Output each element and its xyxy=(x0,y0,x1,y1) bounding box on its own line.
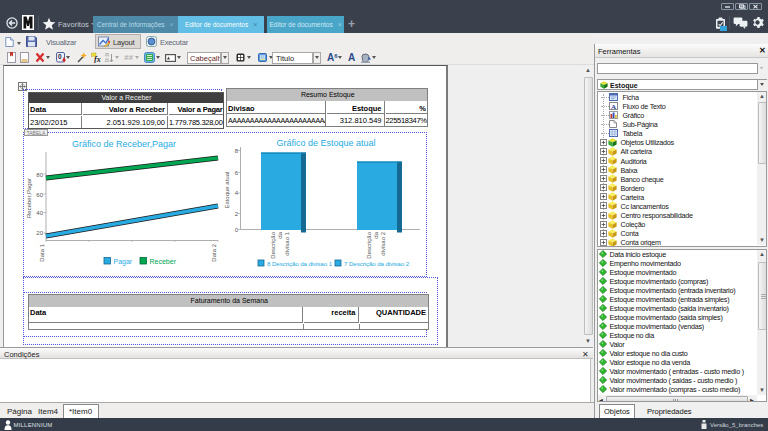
svg-text:Gráfico de Receber,Pagar: Gráfico de Receber,Pagar xyxy=(72,139,176,149)
svg-text:Gráfico de Estoque atual: Gráfico de Estoque atual xyxy=(276,138,375,148)
svg-text:A: A xyxy=(611,103,616,111)
svg-text:80: 80 xyxy=(36,172,43,178)
svg-text:Estoque atual: Estoque atual xyxy=(224,172,230,209)
svg-text:divisao 1: divisao 1 xyxy=(284,231,290,255)
svg-text:Receber,Pagar: Receber,Pagar xyxy=(26,178,32,218)
svg-text:0: 0 xyxy=(58,53,62,60)
svg-text:Data 1: Data 1 xyxy=(39,243,45,261)
svg-text:Descrição: Descrição xyxy=(366,231,372,258)
svg-text:divisao 2: divisao 2 xyxy=(380,231,386,255)
svg-text:8 Descrição da divisao 1: 8 Descrição da divisao 1 xyxy=(267,260,333,267)
svg-text:Descrição: Descrição xyxy=(270,231,276,258)
svg-text:60: 60 xyxy=(36,192,43,198)
svg-text:da: da xyxy=(277,231,283,238)
svg-text:fx: fx xyxy=(94,55,101,63)
svg-text:40: 40 xyxy=(36,210,43,216)
svg-text:7 Descrição da divisao 2: 7 Descrição da divisao 2 xyxy=(344,260,410,267)
svg-text:Receber: Receber xyxy=(150,258,177,265)
svg-text:Pagar: Pagar xyxy=(114,258,133,266)
svg-text:Data 2: Data 2 xyxy=(211,243,217,261)
svg-text:da: da xyxy=(373,231,379,238)
svg-text:20: 20 xyxy=(36,230,43,236)
